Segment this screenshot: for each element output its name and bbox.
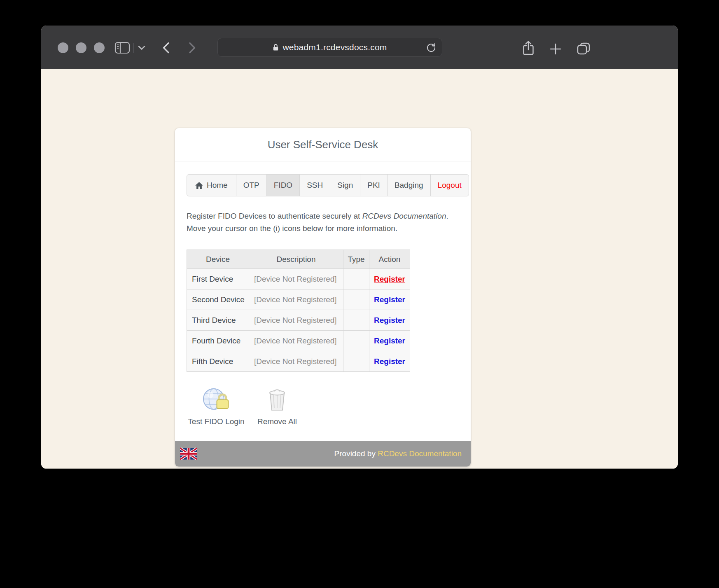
new-tab-plus-icon[interactable] <box>549 43 562 55</box>
browser-toolbar: webadm1.rcdevsdocs.com <box>41 26 678 69</box>
device-type <box>343 269 369 289</box>
globe-lock-icon <box>187 387 245 411</box>
page-footer: Provided by RCDevs Documentation <box>175 441 471 467</box>
table-row: Third Device [Device Not Registered] Reg… <box>187 310 410 331</box>
intro-line1-prefix: Register FIDO Devices to authenticate se… <box>187 212 362 220</box>
tab-sign-label: Sign <box>337 181 353 190</box>
header-device: Device <box>187 250 249 269</box>
header-description: Description <box>249 250 343 269</box>
tab-home[interactable]: Home <box>187 175 236 196</box>
test-fido-login-label: Test FIDO Login <box>187 417 245 426</box>
lock-icon <box>273 43 279 51</box>
device-type <box>343 289 369 310</box>
browser-window: webadm1.rcdevsdocs.com <box>41 26 678 469</box>
register-link[interactable]: Register <box>374 357 405 366</box>
device-type <box>343 351 369 372</box>
register-link[interactable]: Register <box>374 336 405 345</box>
tab-otp[interactable]: OTP <box>236 175 266 196</box>
reload-icon[interactable] <box>426 42 437 55</box>
page-content: User Self-Service Desk Home OTP FIDO SSH… <box>41 69 678 469</box>
device-description: [Device Not Registered] <box>249 310 343 331</box>
url-text: webadm1.rcdevsdocs.com <box>282 42 387 52</box>
table-row: First Device [Device Not Registered] Reg… <box>187 269 410 289</box>
device-type <box>343 331 369 351</box>
register-link[interactable]: Register <box>374 316 405 324</box>
tab-otp-label: OTP <box>243 181 259 190</box>
trash-icon <box>254 387 300 411</box>
table-row: Fourth Device [Device Not Registered] Re… <box>187 331 410 351</box>
intro-line1-suffix: . <box>446 212 448 220</box>
tab-pki-label: PKI <box>367 181 380 190</box>
nav-tab-bar: Home OTP FIDO SSH Sign PKI Badging Logou… <box>187 174 469 196</box>
header-type: Type <box>343 250 369 269</box>
tab-overview-icon[interactable] <box>577 42 591 55</box>
header-action: Action <box>369 250 410 269</box>
device-name: First Device <box>187 269 249 289</box>
tab-logout[interactable]: Logout <box>430 175 469 196</box>
close-window-button[interactable] <box>58 42 68 53</box>
tab-badging[interactable]: Badging <box>387 175 430 196</box>
tab-logout-label: Logout <box>438 181 462 190</box>
remove-all-label: Remove All <box>254 417 300 426</box>
table-header-row: Device Description Type Action <box>187 250 410 269</box>
tab-fido-label: FIDO <box>274 181 292 190</box>
footer-text: Provided by RCDevs Documentation <box>334 449 462 458</box>
footer-rcdevs-link[interactable]: RCDevs Documentation <box>378 449 462 458</box>
intro-text: Register FIDO Devices to authenticate se… <box>187 210 448 235</box>
sidebar-toggle-icon[interactable] <box>114 41 130 54</box>
intro-line1-italic: RCDevs Documentation <box>362 212 446 220</box>
toolbar-divider <box>133 43 134 53</box>
tab-pki[interactable]: PKI <box>360 175 387 196</box>
tab-badging-label: Badging <box>395 181 423 190</box>
back-button-icon[interactable] <box>162 42 170 54</box>
intro-line2: Move your cursor on the (i) icons below … <box>187 224 397 233</box>
tab-fido[interactable]: FIDO <box>266 175 299 196</box>
table-row: Second Device [Device Not Registered] Re… <box>187 289 410 310</box>
test-fido-login-button[interactable]: Test FIDO Login <box>187 387 245 426</box>
device-name: Second Device <box>187 289 249 310</box>
register-link[interactable]: Register <box>374 295 405 304</box>
page-title: User Self-Service Desk <box>175 128 471 161</box>
device-name: Fourth Device <box>187 331 249 351</box>
fido-device-table: Device Description Type Action First Dev… <box>187 250 410 372</box>
footer-provided-by: Provided by <box>334 449 378 458</box>
share-icon[interactable] <box>522 40 535 56</box>
device-name: Third Device <box>187 310 249 331</box>
forward-button-icon[interactable] <box>189 42 196 54</box>
device-description: [Device Not Registered] <box>249 351 343 372</box>
device-description: [Device Not Registered] <box>249 331 343 351</box>
tab-ssh[interactable]: SSH <box>299 175 330 196</box>
tab-sign[interactable]: Sign <box>330 175 360 196</box>
remove-all-button[interactable]: Remove All <box>254 387 300 426</box>
table-row: Fifth Device [Device Not Registered] Reg… <box>187 351 410 372</box>
zoom-window-button[interactable] <box>94 42 105 53</box>
device-description: [Device Not Registered] <box>249 289 343 310</box>
home-icon <box>195 182 203 189</box>
chevron-down-icon[interactable] <box>138 45 146 50</box>
tab-ssh-label: SSH <box>307 181 323 190</box>
minimize-window-button[interactable] <box>76 42 86 53</box>
traffic-lights <box>58 42 105 53</box>
device-name: Fifth Device <box>187 351 249 372</box>
device-type <box>343 310 369 331</box>
device-description: [Device Not Registered] <box>249 269 343 289</box>
tab-home-label: Home <box>207 181 228 190</box>
uk-flag-icon[interactable] <box>180 448 197 460</box>
self-service-card: User Self-Service Desk Home OTP FIDO SSH… <box>175 128 471 467</box>
address-bar[interactable]: webadm1.rcdevsdocs.com <box>217 38 442 57</box>
register-link[interactable]: Register <box>374 275 405 283</box>
